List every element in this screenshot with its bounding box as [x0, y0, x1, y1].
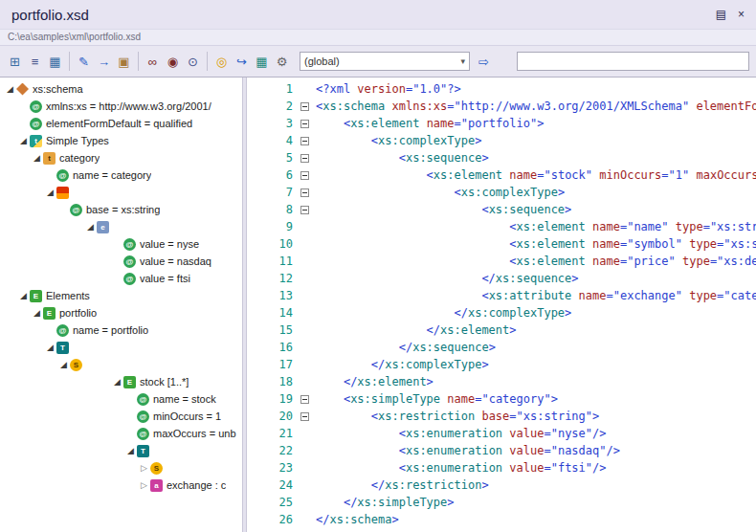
- fold-toggle-icon[interactable]: [300, 188, 309, 197]
- collapse-icon[interactable]: [31, 152, 43, 165]
- close-icon[interactable]: ×: [738, 9, 745, 20]
- tree-item-value[interactable]: value = ftsi: [0, 270, 242, 287]
- link-icon[interactable]: ◎: [211, 52, 232, 71]
- fold-toggle-icon[interactable]: [300, 120, 309, 128]
- tree-item-exchange[interactable]: exchange : c: [0, 477, 242, 494]
- collapse-icon[interactable]: [44, 187, 56, 199]
- line-number: 14: [247, 304, 300, 321]
- fold-gutter: [300, 132, 316, 149]
- collapse-icon[interactable]: [17, 135, 30, 147]
- expand-icon[interactable]: [138, 462, 150, 475]
- tree-item-elements[interactable]: Elements: [0, 287, 242, 304]
- line-number: 17: [247, 356, 300, 373]
- tree-item-sequence[interactable]: [0, 459, 242, 477]
- code-text: </xs:restriction>: [316, 477, 756, 494]
- xml-source-panel[interactable]: 1<?xml version="1.0"?>2<xs:schema xmlns:…: [247, 78, 756, 532]
- code-editor: 1<?xml version="1.0"?>2<xs:schema xmlns:…: [247, 80, 756, 528]
- search-input[interactable]: [517, 52, 749, 71]
- collapse-icon[interactable]: [84, 221, 97, 233]
- collapse-icon[interactable]: [44, 342, 56, 354]
- indent-spacer: [17, 100, 30, 113]
- tree-item-category[interactable]: category: [0, 149, 242, 166]
- fold-gutter: [300, 390, 316, 408]
- tree-item-name[interactable]: name = category: [0, 166, 242, 184]
- new-grid-icon[interactable]: ⊞: [5, 52, 25, 71]
- grid-menu-icon[interactable]: ▦: [45, 52, 65, 71]
- edit-document-icon[interactable]: ✎: [74, 52, 94, 71]
- tree-item-value[interactable]: value = nasdaq: [0, 253, 242, 270]
- tree-item-label: maxOccurs = unb: [153, 428, 236, 439]
- fold-toggle-icon[interactable]: [300, 102, 309, 111]
- tree-item-xmlns-xs[interactable]: xmlns:xs = http://www.w3.org/2001/: [0, 98, 242, 115]
- tree-item-base[interactable]: base = xs:string: [0, 201, 242, 218]
- fold-toggle-icon[interactable]: [300, 171, 309, 180]
- code-text: <xs:complexType>: [316, 132, 756, 149]
- tree-item-maxoccurs[interactable]: maxOccurs = unb: [0, 425, 242, 442]
- tree-item-name[interactable]: name = portfolio: [0, 321, 242, 339]
- code-line: 12 </xs:sequence>: [247, 270, 756, 287]
- line-number: 24: [247, 477, 300, 494]
- tree-item-complex-type[interactable]: [0, 442, 242, 459]
- tree-item-value[interactable]: value = nyse: [0, 235, 242, 253]
- collapse-icon[interactable]: [124, 445, 137, 457]
- paste-icon[interactable]: ▣: [114, 52, 134, 71]
- goto-definition-icon[interactable]: ⇨: [474, 52, 494, 71]
- collapse-icon[interactable]: [17, 290, 30, 302]
- grid-view-icon[interactable]: ▦: [252, 52, 272, 71]
- code-text: <xs:element name="symbol" type="xs:strin…: [316, 235, 756, 253]
- tree-item-name[interactable]: name = stock: [0, 390, 242, 408]
- fold-toggle-icon[interactable]: [300, 395, 309, 404]
- global-scope-combo[interactable]: (global) ▾: [300, 52, 470, 71]
- code-line: 1<?xml version="1.0"?>: [247, 80, 756, 98]
- find-next-icon[interactable]: ◉: [163, 52, 183, 71]
- indent-spacer: [111, 273, 123, 285]
- tree-item-label: value = ftsi: [140, 273, 190, 284]
- tree-item-label: name = stock: [153, 393, 216, 405]
- element-icon: [123, 376, 136, 388]
- fold-toggle-icon[interactable]: [300, 206, 309, 214]
- tree-item-simple[interactable]: Simple Types: [0, 132, 242, 149]
- indent-spacer: [44, 169, 56, 182]
- find-icon[interactable]: ∞: [143, 52, 163, 71]
- code-text: </xs:sequence>: [316, 339, 756, 356]
- collapse-icon[interactable]: [111, 376, 123, 388]
- fold-gutter: [300, 511, 316, 528]
- goto-usage-icon[interactable]: ↪: [232, 52, 252, 71]
- code-text: <xs:sequence>: [316, 201, 756, 218]
- tree-item-minoccurs[interactable]: minOccurs = 1: [0, 408, 242, 425]
- attribute-decl-icon: [150, 479, 163, 492]
- code-line: 22 <xs:enumeration value="nasdaq"/>: [247, 442, 756, 459]
- tree-item-stock[interactable]: stock [1..*]: [0, 373, 242, 390]
- code-text: <xs:element name="name" type="xs:string"…: [316, 218, 756, 235]
- tree-item-complex-type[interactable]: [0, 339, 242, 356]
- tree-item-elementformdefault[interactable]: elementFormDefault = qualified: [0, 115, 242, 132]
- indent-spacer: [124, 410, 137, 423]
- window-menu-icon[interactable]: ▤: [716, 9, 726, 20]
- open-document-icon[interactable]: →: [94, 52, 114, 71]
- fold-gutter: [300, 442, 316, 459]
- fold-toggle-icon[interactable]: [300, 137, 309, 145]
- expand-icon[interactable]: [138, 479, 150, 492]
- tree-item-label: Elements: [46, 290, 90, 301]
- tree-item-xs-schema[interactable]: xs:schema: [0, 80, 242, 98]
- tree-item-label: stock [1..*]: [140, 376, 189, 388]
- tools-icon[interactable]: ⚙: [272, 52, 292, 71]
- code-line: 18 </xs:element>: [247, 373, 756, 390]
- tree-item-label: base = xs:string: [86, 204, 160, 215]
- search-document-icon[interactable]: ⊙: [183, 52, 203, 71]
- fold-toggle-icon[interactable]: [300, 154, 309, 163]
- tree-item-enumeration[interactable]: [0, 218, 242, 235]
- collapse-icon[interactable]: [31, 307, 43, 320]
- collapse-icon[interactable]: [57, 359, 70, 371]
- collapse-icon[interactable]: [4, 83, 16, 96]
- code-line: 20 <xs:restriction base="xs:string">: [247, 408, 756, 425]
- code-line: 7 <xs:complexType>: [247, 184, 756, 201]
- numbered-list-icon[interactable]: ≡: [25, 52, 45, 71]
- fold-gutter: [300, 184, 316, 201]
- tree-item-restriction[interactable]: [0, 184, 242, 201]
- code-text: <xs:simpleType name="category">: [316, 390, 756, 408]
- tree-item-portfolio[interactable]: portfolio: [0, 304, 242, 321]
- fold-toggle-icon[interactable]: [300, 412, 309, 421]
- attribute-icon: [123, 255, 136, 268]
- tree-item-sequence[interactable]: [0, 356, 242, 373]
